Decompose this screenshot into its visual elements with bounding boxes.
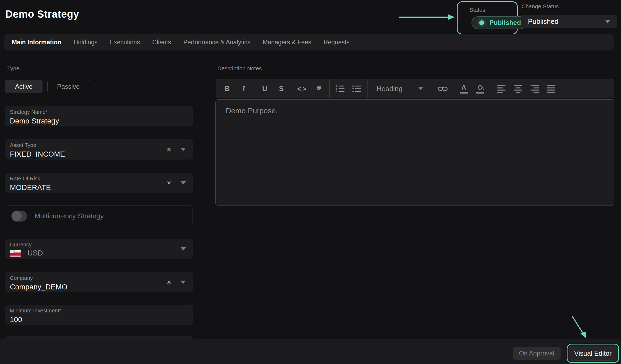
underline-button[interactable]: U (256, 79, 273, 98)
rate-of-risk-value: MODERATE (10, 184, 188, 192)
align-justify-button[interactable] (543, 79, 559, 98)
minimum-investment-field[interactable]: Minimum Investment* 100 (5, 305, 193, 325)
ordered-list-button[interactable]: 123 (332, 79, 348, 98)
heading-dropdown-value: Heading (377, 85, 402, 93)
svg-text:1: 1 (336, 85, 337, 87)
paint-bucket-icon (476, 84, 484, 91)
align-center-icon (513, 85, 523, 93)
bullet-list-icon (352, 84, 362, 93)
align-left-icon (497, 85, 506, 93)
link-icon (438, 85, 448, 92)
asset-type-value: FIXED_INCOME (10, 150, 188, 158)
visual-editor-annotation-ring: Visual Editor (567, 344, 619, 363)
strategy-name-label: Strategy Name* (10, 109, 188, 115)
rate-of-risk-select[interactable]: Rate Of Risk MODERATE × (5, 173, 193, 193)
company-label: Company (10, 275, 188, 281)
bullet-list-button[interactable] (348, 79, 365, 98)
type-active-button[interactable]: Active (5, 80, 43, 93)
asset-type-label: Asset Type (10, 142, 188, 148)
clear-icon[interactable]: × (167, 146, 171, 153)
blockquote-button[interactable]: ❞ (311, 78, 327, 99)
svg-text:2: 2 (336, 87, 337, 90)
ordered-list-icon: 123 (335, 84, 345, 93)
chevron-down-icon[interactable] (181, 281, 186, 284)
asset-type-select[interactable]: Asset Type FIXED_INCOME × (5, 139, 193, 160)
multicurrency-card: Multicurrency Strategy (5, 206, 193, 226)
strikethrough-button[interactable]: S (273, 79, 290, 98)
bold-button[interactable]: B (219, 79, 235, 98)
rate-of-risk-label: Rate Of Risk (10, 176, 188, 182)
tab-requests[interactable]: Requests (324, 39, 350, 46)
chevron-down-icon[interactable] (181, 247, 186, 250)
change-status-label: Change Status (522, 3, 559, 10)
chevron-down-icon (605, 20, 610, 23)
align-right-button[interactable] (526, 79, 543, 98)
type-passive-button[interactable]: Passive (47, 80, 89, 93)
clear-icon[interactable]: × (167, 279, 171, 286)
link-button[interactable] (434, 79, 451, 98)
text-color-button[interactable]: A (455, 79, 472, 98)
text-color-icon: A (461, 84, 466, 91)
tab-clients[interactable]: Clients (152, 39, 171, 46)
tab-performance-analytics[interactable]: Performance & Analytics (183, 39, 251, 46)
on-approval-button[interactable]: On Approval (513, 347, 561, 360)
status-annotation-box: Status Published (457, 1, 518, 34)
company-select[interactable]: Company Company_DEMO × (5, 272, 193, 292)
status-label: Status (469, 7, 485, 13)
us-flag-icon (10, 250, 21, 257)
code-button[interactable]: <> (294, 79, 311, 98)
description-editor[interactable]: Demo Purpose. (215, 99, 614, 206)
currency-select[interactable]: Currency USD (5, 239, 193, 259)
align-justify-icon (547, 85, 556, 93)
change-status-select[interactable]: Published (521, 15, 617, 28)
highlight-color-button[interactable] (472, 79, 489, 98)
multicurrency-label: Multicurrency Strategy (34, 212, 104, 220)
tab-executions[interactable]: Executions (110, 39, 140, 46)
tab-main-information[interactable]: Main Information (12, 39, 61, 46)
italic-button[interactable]: I (235, 79, 252, 98)
align-left-button[interactable] (493, 79, 510, 98)
minimum-investment-label: Minimum Investment* (10, 308, 188, 314)
align-center-button[interactable] (510, 79, 526, 98)
change-status-value: Published (528, 17, 558, 26)
multicurrency-toggle[interactable] (11, 211, 27, 222)
chevron-down-icon[interactable] (181, 148, 186, 151)
svg-text:3: 3 (336, 90, 337, 93)
description-notes-label: Description Notes (217, 65, 262, 72)
status-badge-text: Published (489, 19, 521, 26)
annotation-arrow-status (397, 13, 456, 21)
page-title: Demo Strategy (5, 9, 79, 20)
tab-holdings[interactable]: Holdings (74, 39, 98, 46)
currency-value: USD (28, 249, 43, 257)
align-right-icon (530, 85, 539, 93)
clear-icon[interactable]: × (167, 180, 171, 186)
chevron-down-icon (419, 87, 423, 90)
toggle-knob (12, 211, 22, 221)
strategy-name-field[interactable]: Strategy Name* Demo Strategy (5, 106, 193, 126)
visual-editor-button[interactable]: Visual Editor (569, 346, 617, 361)
editor-toolbar: B I U S <> ❞ 123 (216, 79, 614, 98)
strategy-name-value: Demo Strategy (10, 117, 188, 125)
chevron-down-icon[interactable] (181, 181, 186, 184)
type-segmented-control: Active Passive (5, 80, 89, 93)
heading-dropdown[interactable]: Heading (370, 79, 430, 98)
status-badge: Published (471, 16, 527, 29)
tab-managers-fees[interactable]: Managers & Fees (263, 39, 311, 46)
strategy-page: Demo Strategy Status Published Change St… (0, 0, 621, 364)
status-dot-icon (477, 18, 486, 27)
currency-label: Currency (10, 242, 188, 248)
company-value: Company_DEMO (10, 283, 188, 291)
type-label: Type (7, 65, 20, 72)
tab-bar: Main Information Holdings Executions Cli… (4, 34, 614, 51)
minimum-investment-value: 100 (10, 316, 188, 324)
description-editor-text: Demo Purpose. (226, 107, 278, 115)
